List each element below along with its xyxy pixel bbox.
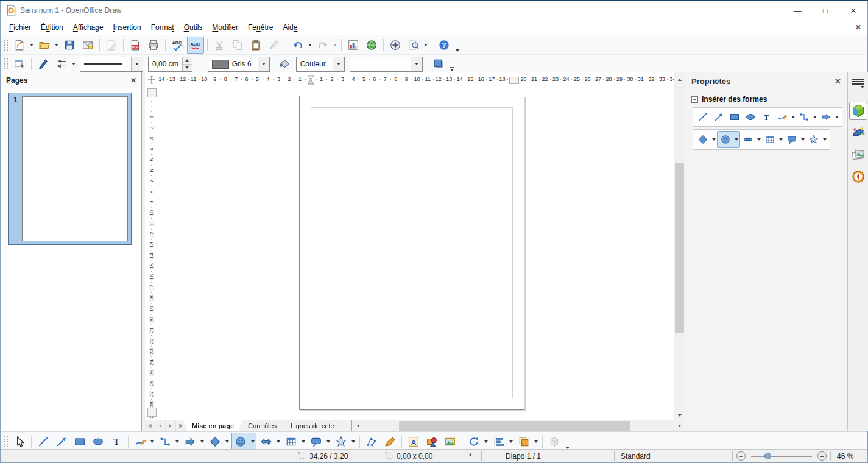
symbol-shapes-dropdown[interactable] bbox=[733, 132, 739, 147]
block-arrows-dropdown[interactable] bbox=[756, 132, 762, 147]
symbol-shapes-tool[interactable] bbox=[232, 433, 249, 450]
rectangle-tool[interactable] bbox=[71, 433, 88, 450]
menu-insertion[interactable]: Insertion bbox=[108, 21, 146, 34]
callouts-dropdown[interactable] bbox=[325, 433, 331, 450]
open-dropdown[interactable] bbox=[53, 37, 60, 54]
line-width-value[interactable]: 0,00 cm bbox=[149, 57, 182, 71]
new-document-button[interactable] bbox=[11, 37, 28, 54]
gallery-button[interactable] bbox=[442, 433, 459, 450]
block-arrow-tool[interactable] bbox=[182, 433, 199, 450]
scroll-down-arrow[interactable] bbox=[674, 410, 685, 420]
rotate-button[interactable] bbox=[465, 433, 482, 450]
tab-lignes-de-cote[interactable]: Lignes de cote bbox=[282, 420, 343, 431]
flowchart-dropdown[interactable] bbox=[778, 132, 784, 147]
callouts-tool[interactable] bbox=[784, 132, 800, 147]
symbol-shapes-dropdown[interactable] bbox=[249, 433, 256, 450]
page-thumbnail[interactable]: 1 bbox=[8, 93, 132, 245]
curve-dropdown[interactable] bbox=[790, 109, 796, 125]
spellcheck-button[interactable] bbox=[169, 37, 186, 54]
stars-tool[interactable] bbox=[333, 433, 350, 450]
connector-dropdown[interactable] bbox=[174, 433, 180, 450]
line-style-combo-arrow[interactable] bbox=[131, 57, 143, 71]
sidebar-tab-properties[interactable] bbox=[849, 102, 867, 120]
email-document-button[interactable] bbox=[79, 37, 96, 54]
gallery-button[interactable] bbox=[363, 37, 380, 54]
area-dialog-button[interactable] bbox=[276, 55, 293, 72]
scroll-left-arrow[interactable] bbox=[353, 420, 364, 431]
text-tool[interactable] bbox=[758, 109, 774, 125]
toolbar-grip[interactable] bbox=[4, 39, 8, 51]
menu-fenetre[interactable]: Fenêtre bbox=[243, 21, 278, 34]
edit-points-button[interactable] bbox=[363, 433, 380, 450]
stars-tool[interactable] bbox=[806, 132, 822, 147]
block-arrows-tool[interactable] bbox=[258, 433, 275, 450]
pages-panel-close-icon[interactable]: ✕ bbox=[130, 76, 136, 85]
flowchart-tool[interactable] bbox=[283, 433, 300, 450]
arrow-style-dropdown[interactable] bbox=[70, 55, 77, 72]
block-arrows-tool[interactable] bbox=[740, 132, 756, 147]
undo-button[interactable] bbox=[289, 37, 306, 54]
new-document-dropdown[interactable] bbox=[28, 37, 35, 54]
flowchart-tool[interactable] bbox=[762, 132, 778, 147]
vertical-scrollbar-thumb[interactable] bbox=[675, 163, 684, 333]
shadow-button[interactable] bbox=[430, 55, 447, 72]
sidebar-tab-gallery[interactable] bbox=[849, 124, 867, 142]
menu-aide[interactable]: Aide bbox=[278, 21, 302, 34]
text-tool[interactable] bbox=[108, 433, 125, 450]
properties-panel-close-icon[interactable]: ✕ bbox=[834, 77, 841, 86]
toolbar-overflow-button[interactable] bbox=[563, 433, 572, 451]
styles-button[interactable] bbox=[11, 55, 28, 72]
fill-style-combo[interactable]: Couleur bbox=[296, 57, 345, 72]
insert-chart-button[interactable] bbox=[345, 37, 362, 54]
right-margin-marker[interactable] bbox=[509, 77, 519, 84]
block-arrow-dropdown[interactable] bbox=[199, 433, 205, 450]
sidebar-tab-images[interactable] bbox=[849, 146, 867, 164]
menu-modifier[interactable]: Modifier bbox=[207, 21, 243, 34]
symbol-shapes-tool[interactable] bbox=[718, 132, 733, 147]
menu-format[interactable]: Format bbox=[146, 21, 179, 34]
ellipse-tool[interactable] bbox=[743, 109, 758, 125]
toolbar-grip[interactable] bbox=[4, 436, 8, 448]
maximize-button[interactable]: □ bbox=[811, 1, 839, 19]
zoom-in-button[interactable]: + bbox=[817, 451, 827, 461]
save-button[interactable] bbox=[61, 37, 78, 54]
open-button[interactable] bbox=[36, 37, 53, 54]
connector-dropdown[interactable] bbox=[812, 109, 818, 125]
connector-tool[interactable] bbox=[796, 109, 812, 125]
alignment-button[interactable] bbox=[490, 433, 507, 450]
scroll-right-arrow[interactable] bbox=[674, 420, 685, 431]
horizontal-scrollbar-thumb[interactable] bbox=[399, 421, 630, 431]
toolbar-grip[interactable] bbox=[4, 58, 8, 70]
help-button[interactable] bbox=[436, 37, 453, 54]
arrange-dropdown[interactable] bbox=[532, 433, 539, 450]
print-button[interactable] bbox=[145, 37, 162, 54]
line-color-combo[interactable]: Gris 6 bbox=[208, 57, 270, 72]
rotate-dropdown[interactable] bbox=[482, 433, 489, 450]
basic-shapes-dropdown[interactable] bbox=[711, 132, 717, 147]
zoom-percentage[interactable]: 46 % bbox=[834, 452, 867, 461]
scroll-up-arrow[interactable] bbox=[674, 74, 685, 85]
canvas[interactable] bbox=[158, 87, 674, 420]
block-arrows-dropdown[interactable] bbox=[275, 433, 281, 450]
line-width-spinner[interactable]: 0,00 cm bbox=[148, 57, 192, 72]
line-style-combo[interactable] bbox=[80, 57, 143, 72]
fill-color-combo[interactable] bbox=[350, 57, 423, 72]
export-pdf-button[interactable] bbox=[127, 37, 144, 54]
minimize-button[interactable]: — bbox=[783, 1, 811, 19]
basic-shapes-dropdown[interactable] bbox=[224, 433, 230, 450]
line-color-combo-arrow[interactable] bbox=[258, 57, 269, 71]
close-button[interactable]: ✕ bbox=[839, 1, 867, 19]
sidebar-menu-icon[interactable] bbox=[852, 77, 864, 88]
line-dialog-button[interactable] bbox=[35, 55, 52, 72]
sidebar-tab-navigator[interactable] bbox=[849, 168, 867, 186]
basic-shapes-tool[interactable] bbox=[695, 132, 711, 147]
arrow-tool[interactable] bbox=[53, 433, 70, 450]
toolbar-overflow-button[interactable] bbox=[448, 55, 456, 73]
indent-marker[interactable] bbox=[306, 75, 315, 85]
menu-fichier[interactable]: Fichier bbox=[4, 21, 36, 34]
horizontal-scrollbar[interactable] bbox=[353, 420, 685, 431]
drawing-page[interactable] bbox=[299, 96, 524, 410]
menu-edition[interactable]: Édition bbox=[36, 21, 68, 34]
insert-from-file-button[interactable] bbox=[423, 433, 440, 450]
rectangle-tool[interactable] bbox=[727, 109, 743, 125]
